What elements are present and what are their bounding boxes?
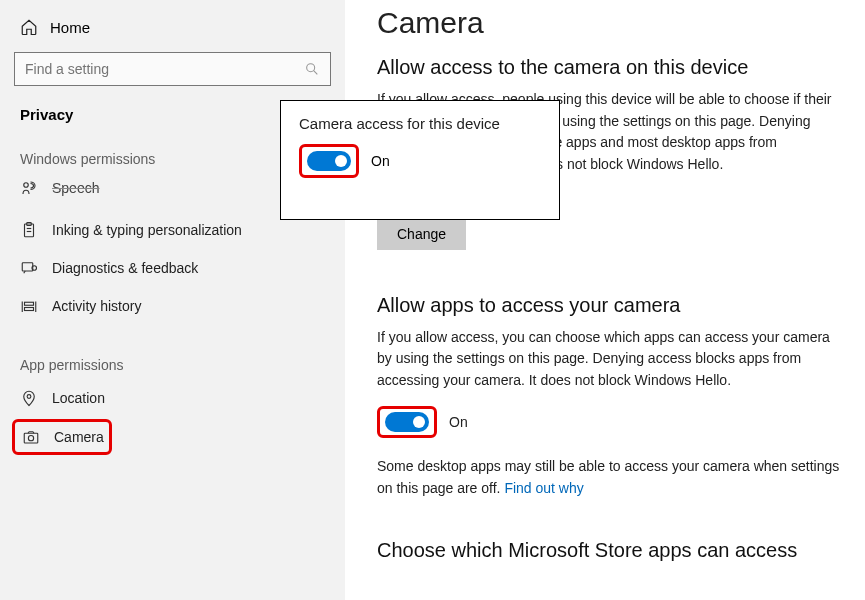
home-icon [20,18,38,36]
svg-point-15 [28,436,33,441]
sidebar-item-activity[interactable]: Activity history [0,287,345,325]
group-app-permissions: App permissions [0,347,345,379]
home-nav[interactable]: Home [0,10,345,44]
sidebar-item-label: Location [52,390,105,406]
camera-icon [22,428,40,446]
home-label: Home [50,19,90,36]
popup-title: Camera access for this device [299,115,541,132]
search-icon [304,61,320,77]
section2-desc: If you allow access, you can choose whic… [377,327,843,392]
page-title: Camera [377,6,843,40]
apps-toggle-state: On [449,414,468,430]
sidebar-item-label: Activity history [52,298,141,314]
find-out-why-link[interactable]: Find out why [504,480,583,496]
sidebar-item-label: Speech [52,180,99,196]
section3-title: Choose which Microsoft Store apps can ac… [377,539,843,562]
sidebar: Home Privacy Windows permissions Speech … [0,0,345,600]
sidebar-item-diagnostics[interactable]: Diagnostics & feedback [0,249,345,287]
device-access-toggle[interactable] [307,151,351,171]
svg-rect-14 [24,433,38,443]
device-toggle-state: On [371,153,390,169]
speech-icon [20,179,38,197]
sidebar-item-camera[interactable]: Camera [20,428,104,446]
highlight-device-toggle [299,144,359,178]
location-icon [20,389,38,407]
highlight-apps-toggle [377,406,437,438]
svg-point-2 [24,183,29,188]
sidebar-item-label: Camera [54,429,104,445]
svg-point-13 [27,395,31,399]
desktop-apps-note: Some desktop apps may still be able to a… [377,456,843,499]
svg-rect-7 [22,263,33,271]
camera-access-popup: Camera access for this device On [280,100,560,220]
highlight-camera-nav: Camera [12,419,112,455]
feedback-icon [20,259,38,277]
history-icon [20,297,38,315]
svg-rect-11 [25,302,34,305]
apps-access-toggle[interactable] [385,412,429,432]
search-field[interactable] [25,61,304,77]
svg-point-0 [307,64,315,72]
sidebar-item-label: Diagnostics & feedback [52,260,198,276]
sidebar-item-label: Inking & typing personalization [52,222,242,238]
svg-line-1 [314,71,318,75]
svg-rect-12 [25,308,34,311]
section1-title: Allow access to the camera on this devic… [377,56,843,79]
sidebar-item-location[interactable]: Location [0,379,345,417]
search-input[interactable] [14,52,331,86]
change-button[interactable]: Change [377,218,466,250]
clipboard-icon [20,221,38,239]
main-panel: Camera Allow access to the camera on thi… [345,0,865,600]
section2-title: Allow apps to access your camera [377,294,843,317]
